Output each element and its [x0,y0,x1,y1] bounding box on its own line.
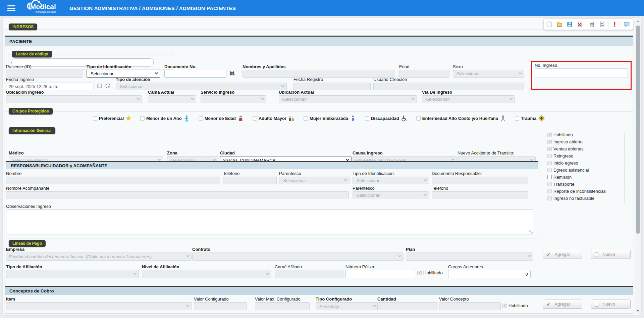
discapacidad-checkbox[interactable] [365,116,369,121]
chevron-down-icon [398,254,401,257]
flag-inicio-egreso: Inicio egreso [547,161,623,166]
cargos-anteriores-input[interactable] [448,270,531,278]
valor-configurado-input [194,302,247,310]
ubicacion-actual-value: -Seleccionar- [281,97,307,102]
binoculars-search-icon[interactable] [229,70,235,76]
new-document-icon[interactable] [546,20,554,28]
clock-icon[interactable] [105,83,111,89]
comments-icon[interactable] [623,20,631,28]
chevron-down-icon [186,254,189,257]
open-folder-icon[interactable] [556,20,564,28]
resize-grip-icon[interactable] [529,230,533,234]
ubicacion-ingreso-combo [6,95,142,103]
scroll-down-icon[interactable]: ▼ [635,308,641,314]
responsable-parentesco-select: -Seleccionar- [279,177,350,184]
tipo-configurado-label: Tipo Configurado [316,297,378,302]
mujer-embarazada-checkbox[interactable] [304,116,308,121]
lineas-nueva-button[interactable]: Nueva [591,250,631,259]
no-ingreso-input[interactable] [535,69,628,78]
scroll-up-icon[interactable]: ▲ [635,18,641,24]
print-icon[interactable] [588,20,596,28]
item-select [6,302,192,310]
dashed-divider [539,246,539,282]
breadcrumb: GESTION ADMINISTRATIVA / ADMISIONES / AD… [69,5,236,11]
usuario-creacion-label: Usuario Creación [373,77,524,82]
observaciones-textarea[interactable] [6,210,533,234]
flag-label: Ventas abiertas [553,146,584,151]
paciente-id-input [6,70,83,78]
chevron-down-icon [424,193,427,196]
fecha-ingreso-label: Fecha Ingreso [6,77,94,82]
grupo-label: Discapacidad [371,116,399,121]
numero-poliza-input[interactable] [345,270,415,278]
chevron-down-icon [530,157,534,161]
flag-transporte: Transporte [547,182,623,187]
chevron-down-icon [373,304,376,307]
habilitado-label: Habilitado [423,270,443,275]
egreso-asistencial-checkbox [547,168,552,172]
menor-un-ano-checkbox[interactable] [140,116,145,121]
cantidad-input [377,302,438,310]
plan-combo: -- [406,253,533,261]
chevron-down-icon [137,97,140,99]
toolbar-separator [586,20,586,28]
flag-label: Reingreso [553,153,573,158]
tipo-identificacion-value: -Seleccionar- [89,71,115,76]
conceptos-agregar-button[interactable]: ✓Agregar [543,300,582,309]
logo-subtitle: Tecnología en salud [35,11,56,13]
flag-remision: Remisión [547,175,623,180]
empresa-placeholder: Escriba el nombre del tercero a buscar. … [9,254,152,259]
fecha-ingreso-input[interactable] [6,83,94,90]
paciente-id-label: Paciente (ID) [6,64,83,69]
no-ingreso-label: No. Ingreso [535,63,628,68]
servicio-ingreso-label: Servicio Ingreso [201,90,266,95]
tipo-identificacion-select[interactable]: -Seleccionar- [87,70,160,78]
trauma-checkbox[interactable] [515,116,519,121]
flag-label: Egreso asistencial [553,168,589,173]
chevron-down-icon [424,178,427,181]
chevron-down-icon [528,254,531,257]
fecha-registro-input [293,83,371,90]
chevron-down-icon [261,97,264,100]
menor-edad-checkbox[interactable] [199,116,203,121]
concepto-habilitado: Habilitado [502,303,528,308]
check-icon: ✓ [546,302,551,307]
chevron-down-icon [519,71,522,75]
grupo-label: Preferencial [99,116,124,121]
conceptos-nuevo-button[interactable]: Nuevo [591,300,631,309]
app-logo: iMedical Tecnología en salud [28,3,56,13]
paciente-title: PACIENTE [9,39,32,44]
grupo-adulto-mayor: Adulto Mayor [253,115,295,122]
remision-checkbox[interactable] [547,175,552,179]
adulto-mayor-checkbox[interactable] [253,116,257,121]
grupo-label: Mujer Embarazada [310,116,348,121]
documento-responsable-label: Documento Responsable: [432,171,528,176]
chevron-down-icon [133,271,137,275]
agregar-label: Agregar [555,302,570,307]
documento-responsable-input [432,177,528,184]
parentesco-value: -Seleccionar- [282,178,308,183]
nuevo-label: Nuevo [602,302,615,307]
scrollbar-thumb[interactable] [636,26,640,234]
pending-alerts-icon[interactable] [610,20,619,28]
plan-label: Plan [406,247,533,252]
grupo-label: Menor de Edad [205,116,236,121]
estado-flags-column: Habilitado Ingreso abierto Ventas abiert… [547,132,623,203]
documento-no-input[interactable] [164,70,226,78]
minor-icon [237,115,244,122]
menu-icon[interactable] [7,5,15,11]
observaciones-label: Observaciones Ingreso [6,204,51,209]
empresa-combo[interactable]: Escriba el nombre del tercero a buscar. … [6,253,192,261]
preview-icon[interactable] [598,20,606,28]
save-icon[interactable] [566,20,574,28]
ubicacion-actual-select: -Seleccionar- [279,95,417,103]
sexo-label: Sexo [453,64,524,69]
child-icon [183,115,190,122]
lineas-agregar-button[interactable]: ✓Agregar [543,250,582,259]
conceptos-section-header: Conceptos de Cobro [5,286,633,295]
calendar-icon[interactable] [97,83,102,89]
delete-document-icon[interactable] [576,20,584,28]
preferencial-checkbox[interactable] [93,116,97,121]
chevron-down-icon [281,84,285,87]
enfermedad-alto-costo-checkbox[interactable] [416,116,421,121]
